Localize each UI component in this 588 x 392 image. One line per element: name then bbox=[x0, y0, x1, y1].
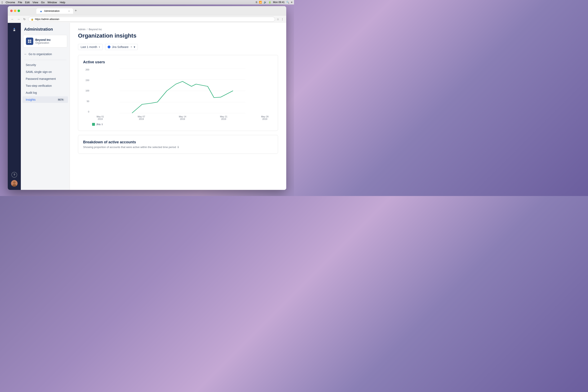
battery-icon: 🔋 bbox=[268, 1, 271, 4]
product-label: Jira Software bbox=[112, 45, 128, 48]
legend-info-icon[interactable]: ℹ bbox=[102, 123, 103, 126]
go-to-org-label: Go to organization bbox=[28, 52, 52, 56]
search-icon[interactable]: 🔍 bbox=[286, 1, 289, 4]
bookmark-icon[interactable]: ☆ bbox=[277, 18, 279, 21]
x-label-may21: May 212019 bbox=[216, 115, 232, 120]
app-layout: ? Administration bbox=[8, 23, 286, 190]
chart-svg bbox=[92, 68, 273, 113]
atlassian-logo[interactable] bbox=[11, 26, 18, 33]
breakdown-subtitle: Showing proportion of accounts that were… bbox=[83, 146, 273, 149]
sidebar-item-insights[interactable]: Insights BETA bbox=[22, 96, 68, 103]
dark-sidebar-bottom: ? bbox=[11, 172, 18, 186]
browser-tab-active[interactable]: ▲ Administration ✕ bbox=[36, 8, 73, 14]
sidebar-divider bbox=[24, 60, 66, 60]
minimize-button[interactable] bbox=[14, 10, 16, 12]
menu-bar-right: ⎘ 📶 🔊 🔋 Mon 09:41 🔍 ≡ bbox=[256, 1, 292, 4]
page-title: Organization insights bbox=[78, 32, 278, 39]
time-period-label: Last 1 month bbox=[81, 45, 97, 48]
menu-go[interactable]: Go bbox=[41, 1, 44, 4]
sidebar-item-audit[interactable]: Audit log bbox=[22, 90, 68, 96]
menu-help[interactable]: Help bbox=[60, 1, 65, 4]
back-button[interactable]: ← bbox=[10, 17, 15, 21]
svg-rect-6 bbox=[30, 42, 31, 43]
wifi-icon: 📶 bbox=[259, 1, 262, 4]
chart-x-labels: May 012019 May 072019 May 142019 May 212… bbox=[92, 114, 273, 120]
main-content: Admin / Beyond Inc Organization insights… bbox=[70, 23, 286, 190]
go-to-org-icon: ← bbox=[24, 52, 27, 56]
url-bar[interactable]: 🔒 https://admin.atlassian bbox=[28, 17, 275, 22]
new-tab-button[interactable]: + bbox=[73, 8, 78, 14]
sidebar-item-password[interactable]: Password management bbox=[22, 76, 68, 82]
product-filter[interactable]: Jira Software × ▾ bbox=[105, 44, 138, 50]
breakdown-info-icon[interactable]: ℹ bbox=[178, 146, 179, 149]
url-text: https://admin.atlassian bbox=[35, 18, 59, 20]
legend-color-jira bbox=[92, 123, 95, 126]
x-label-may01: May 012019 bbox=[92, 115, 108, 120]
breadcrumb-admin[interactable]: Admin bbox=[78, 28, 86, 31]
org-name: Beyond Inc bbox=[35, 38, 51, 42]
x-label-may14: May 142019 bbox=[174, 115, 191, 120]
y-label-200: 200 bbox=[86, 68, 89, 71]
menu-icon[interactable]: ≡ bbox=[291, 1, 292, 4]
active-users-chart-card: Active users 200 150 100 50 0 bbox=[78, 55, 278, 131]
avatar[interactable] bbox=[11, 180, 18, 186]
chart-legend: Jira ℹ bbox=[92, 123, 273, 126]
reload-button[interactable]: ↻ bbox=[22, 17, 26, 21]
menu-window[interactable]: Window bbox=[47, 1, 57, 4]
x-label-may07: May 072019 bbox=[133, 115, 150, 120]
menu-bar-left:  Chrome File Edit View Go Window Help bbox=[2, 0, 65, 4]
tab-title: Administration bbox=[44, 10, 60, 12]
svg-rect-4 bbox=[30, 40, 31, 41]
svg-point-1 bbox=[13, 181, 16, 184]
breadcrumb-current: Beyond Inc bbox=[88, 28, 102, 31]
tab-favicon: ▲ bbox=[40, 10, 42, 12]
browser-toolbar: ← → ↻ 🔒 https://admin.atlassian ☆ ⋮ bbox=[8, 15, 286, 23]
dark-sidebar: ? bbox=[8, 23, 21, 190]
insights-label: Insights bbox=[26, 98, 36, 101]
volume-icon: 🔊 bbox=[264, 1, 267, 4]
breakdown-card: Breakdown of active accounts Showing pro… bbox=[78, 135, 278, 154]
time-period-filter[interactable]: Last 1 month ▾ bbox=[78, 44, 103, 50]
maximize-button[interactable] bbox=[18, 10, 20, 12]
org-icon bbox=[26, 38, 33, 45]
chart-area: 200 150 100 50 0 bbox=[83, 68, 273, 120]
app-name[interactable]: Chrome bbox=[6, 1, 15, 4]
breadcrumb: Admin / Beyond Inc bbox=[78, 28, 278, 31]
screen-mirror-icon: ⎘ bbox=[256, 1, 257, 4]
sidebar-title: Administration bbox=[21, 27, 70, 35]
clock: Mon 09:41 bbox=[273, 1, 284, 4]
more-options-icon[interactable]: ⋮ bbox=[281, 18, 284, 21]
legend-label-jira: Jira bbox=[96, 123, 100, 126]
y-label-150: 150 bbox=[86, 79, 89, 82]
traffic-lights bbox=[10, 10, 20, 12]
org-type: Organization bbox=[35, 42, 51, 44]
sidebar-item-security[interactable]: Security bbox=[22, 62, 68, 68]
beta-badge: BETA bbox=[57, 98, 65, 101]
go-to-org-button[interactable]: ← Go to organization bbox=[21, 51, 70, 57]
org-info: Beyond Inc Organization bbox=[35, 38, 51, 44]
lock-icon: 🔒 bbox=[31, 18, 34, 20]
apple-menu[interactable]:  bbox=[2, 0, 3, 4]
sidebar-item-2fa[interactable]: Two-step verification bbox=[22, 82, 68, 89]
x-label-may28: May 282019 bbox=[257, 115, 273, 120]
time-period-chevron: ▾ bbox=[99, 46, 100, 48]
browser-window: ▲ Administration ✕ + ← → ↻ 🔒 https://adm… bbox=[8, 6, 286, 190]
svg-rect-3 bbox=[28, 40, 30, 41]
forward-button[interactable]: → bbox=[16, 17, 21, 21]
menu-file[interactable]: File bbox=[18, 1, 22, 4]
help-button[interactable]: ? bbox=[12, 172, 17, 178]
y-label-0: 0 bbox=[88, 110, 89, 113]
menu-bar:  Chrome File Edit View Go Window Help ⎘… bbox=[0, 0, 294, 4]
y-label-50: 50 bbox=[87, 100, 89, 102]
tab-close-icon[interactable]: ✕ bbox=[68, 10, 70, 12]
menu-edit[interactable]: Edit bbox=[25, 1, 30, 4]
product-remove-icon[interactable]: × bbox=[131, 46, 132, 48]
close-button[interactable] bbox=[10, 10, 13, 12]
browser-titlebar: ▲ Administration ✕ + bbox=[8, 6, 286, 15]
sidebar-item-saml[interactable]: SAML single sign-on bbox=[22, 68, 68, 75]
light-sidebar: Administration Beyond Inc Organization bbox=[21, 23, 70, 190]
tab-bar: ▲ Administration ✕ + bbox=[34, 8, 81, 14]
y-label-100: 100 bbox=[86, 90, 89, 92]
chart-inner: May 012019 May 072019 May 142019 May 212… bbox=[92, 68, 273, 120]
menu-view[interactable]: View bbox=[32, 1, 38, 4]
